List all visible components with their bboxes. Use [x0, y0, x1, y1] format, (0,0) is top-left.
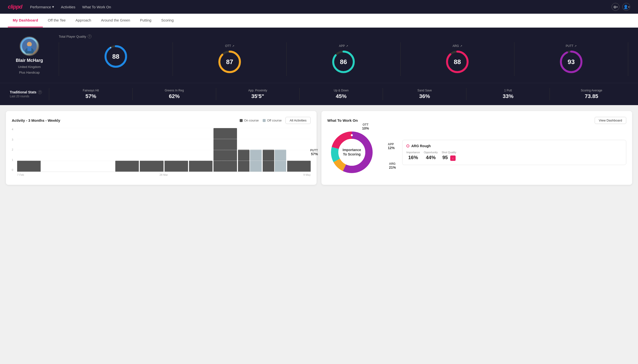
bar-10-on — [238, 150, 250, 172]
bars-container — [17, 128, 311, 172]
chart-area: 4 3 2 1 0 — [12, 128, 311, 177]
stats-divider7 — [550, 88, 550, 100]
chart-title: Activity - 3 Months - Weekly — [12, 118, 60, 122]
arg-indicator — [406, 144, 409, 148]
stats-divider3 — [216, 88, 216, 100]
stat-greens-value: 62% — [138, 93, 211, 100]
activity-chart-card: Activity - 3 Months - Weekly On course O… — [6, 111, 317, 185]
x-label-may: 9 May — [303, 173, 311, 176]
tabs-bar: My Dashboard Off the Tee Approach Around… — [0, 14, 638, 28]
info-icon: ? — [38, 90, 42, 94]
x-label-mar: 28 Mar — [159, 173, 168, 176]
bar-group-6 — [140, 160, 163, 172]
nav-what-to-work-on[interactable]: What To Work On — [82, 5, 111, 9]
stats-divider — [49, 88, 49, 100]
add-button[interactable]: ⊕ ▾ — [611, 3, 619, 11]
bar-group-8 — [189, 160, 212, 172]
arg-label: ARG ↗ — [453, 44, 462, 48]
svg-point-1 — [27, 42, 32, 47]
ott-value: 87 — [226, 58, 233, 66]
bar-group-11 — [263, 150, 286, 172]
stat-greens-label: Greens In Reg — [138, 89, 211, 92]
bar-1-on — [17, 160, 41, 172]
svg-text:Importance: Importance — [342, 148, 361, 152]
stat-fairways-hit: Fairways Hit 57% — [54, 89, 128, 100]
view-dashboard-button[interactable]: View Dashboard — [595, 117, 626, 124]
player-name: Blair McHarg — [16, 58, 43, 63]
arg-trend-icon: ↗ — [460, 44, 462, 48]
bars-wrapper: 7 Feb 28 Mar 9 May — [17, 128, 311, 177]
bar-7-on — [164, 160, 188, 172]
ott-trend-icon: ↗ — [232, 44, 234, 48]
stat-one-putt: 1 Putt 33% — [471, 89, 545, 100]
donut-wrapper: PUTT 57% — [327, 128, 626, 177]
all-activities-button[interactable]: All Activities — [285, 117, 311, 124]
putt-label: PUTT ↗ — [566, 44, 576, 48]
stat-fairways-label: Fairways Hit — [54, 89, 128, 92]
bar-group-7 — [164, 160, 188, 172]
nav-performance[interactable]: Performance ▾ — [30, 5, 54, 9]
bar-group-12 — [287, 160, 311, 172]
stat-proximity-value: 35'5" — [221, 93, 295, 100]
bar-group-9 — [214, 128, 237, 172]
player-handicap: Plus Handicap — [19, 71, 40, 74]
hero-section: Blair McHarg United Kingdom Plus Handica… — [0, 28, 638, 83]
arg-value: 88 — [454, 58, 461, 66]
stat-sandsave-label: Sand Save — [388, 89, 461, 92]
y-label-0: 0 — [12, 168, 13, 171]
bar-11-on — [263, 150, 274, 172]
svg-text:To Scoring: To Scoring — [343, 152, 361, 156]
stat-scoringavg-label: Scoring Average — [555, 89, 628, 92]
score-app: APP ↗ 86 — [287, 42, 400, 76]
info-card-wrapper: ARG Rough Importance 16% Opportunity 44%… — [402, 140, 626, 165]
stat-scoring-avg: Scoring Average 73.85 — [555, 89, 628, 100]
main-content: Activity - 3 Months - Weekly On course O… — [0, 105, 638, 191]
nav-right: ⊕ ▾ 👤 ▾ — [611, 3, 630, 11]
stats-subtitle: Last 20 rounds — [10, 94, 44, 98]
ott-ring: 87 — [218, 50, 242, 74]
info-card-title: ARG Rough — [406, 144, 622, 148]
stats-bar: Traditional Stats ? Last 20 rounds Fairw… — [0, 83, 638, 105]
logo[interactable]: clippd — [8, 4, 22, 10]
bar-10-off — [250, 150, 262, 172]
score-arg: ARG ↗ 88 — [400, 42, 514, 76]
donut-chart: Importance To Scoring — [327, 128, 376, 177]
top-nav: clippd Performance ▾ Activities What To … — [0, 0, 638, 14]
y-label-2: 2 — [12, 148, 13, 151]
info-icon: ? — [88, 34, 92, 38]
plus-icon: ⊕ — [613, 5, 616, 9]
bar-6-on — [140, 160, 163, 172]
y-axis: 4 3 2 1 0 — [12, 128, 13, 171]
ott-donut-label: OTT 10% — [362, 123, 369, 130]
x-axis: 7 Feb 28 Mar 9 May — [17, 173, 311, 176]
bar-group-1 — [17, 160, 41, 172]
stats-label-group: Traditional Stats ? Last 20 rounds — [10, 90, 44, 98]
overall-ring: 88 — [104, 44, 128, 69]
tab-my-dashboard[interactable]: My Dashboard — [8, 14, 43, 28]
work-card-title: What To Work On — [327, 118, 358, 122]
work-on-card: What To Work On View Dashboard PUTT 57% — [321, 111, 632, 185]
nav-activities[interactable]: Activities — [61, 5, 75, 9]
off-course-dot — [263, 119, 266, 122]
donut-with-labels: PUTT 57% — [327, 128, 376, 177]
bar-8-on — [189, 160, 212, 172]
tab-around-the-green[interactable]: Around the Green — [96, 14, 135, 28]
overall-value: 88 — [112, 53, 119, 60]
bar-group-5 — [115, 160, 139, 172]
selected-info-card: ARG Rough Importance 16% Opportunity 44%… — [402, 140, 626, 165]
grid-line-4 — [17, 128, 311, 128]
x-label-feb: 7 Feb — [17, 173, 24, 176]
user-button[interactable]: 👤 ▾ — [622, 3, 630, 11]
bar-9-on — [214, 128, 237, 172]
bar-11-off — [275, 150, 286, 172]
chevron-down-icon: ▾ — [52, 5, 54, 9]
tab-putting[interactable]: Putting — [135, 14, 156, 28]
tab-approach[interactable]: Approach — [71, 14, 96, 28]
stat-scoringavg-value: 73.85 — [555, 93, 628, 100]
tab-off-the-tee[interactable]: Off the Tee — [43, 14, 71, 28]
work-card-header: What To Work On View Dashboard — [327, 117, 626, 124]
bar-5-on — [115, 160, 139, 172]
stats-divider4 — [299, 88, 300, 100]
stat-greens-in-reg: Greens In Reg 62% — [138, 89, 211, 100]
tab-scoring[interactable]: Scoring — [156, 14, 178, 28]
